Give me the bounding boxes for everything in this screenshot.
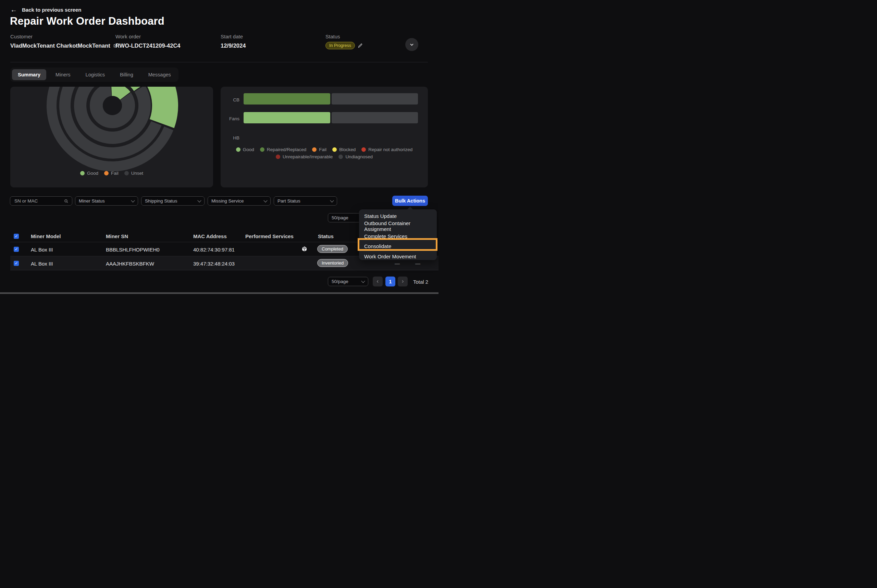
legend-label: Good bbox=[243, 147, 254, 152]
start-date-label: Start date bbox=[220, 34, 246, 39]
search-input[interactable] bbox=[14, 198, 64, 204]
header-divider bbox=[10, 62, 428, 62]
missing-service-select[interactable]: Missing Service bbox=[208, 196, 271, 206]
part-status-chart-card: GoodFailUnset bbox=[10, 87, 213, 188]
sunburst-legend: GoodFailUnset bbox=[10, 171, 213, 176]
legend-dot bbox=[332, 147, 337, 152]
menu-item-status-update[interactable]: Status Update bbox=[359, 211, 437, 221]
legend-dot bbox=[361, 147, 366, 152]
bottom-edge-strip bbox=[0, 292, 439, 294]
legend-label: Blocked bbox=[339, 147, 355, 152]
legend-label: Good bbox=[87, 171, 98, 176]
edit-pencil-icon[interactable] bbox=[358, 43, 363, 48]
package-icon[interactable] bbox=[301, 246, 307, 252]
page-title: Repair Work Order Dashboard bbox=[10, 15, 165, 27]
bar-category-label: HB bbox=[220, 135, 240, 141]
page-size-label: 50/page bbox=[331, 279, 348, 284]
page-1-button[interactable]: 1 bbox=[385, 276, 395, 286]
back-button[interactable]: ← Back to previous screen bbox=[10, 6, 81, 13]
chevron-down-icon bbox=[330, 198, 334, 202]
customer-value: VladMockTenant CharkotMockTenant bbox=[10, 42, 110, 49]
legend-dot bbox=[260, 147, 264, 152]
status-badge: In Progress bbox=[325, 42, 355, 50]
cell-miner-sn: AAAJHKFBSKBFKW bbox=[106, 261, 154, 267]
legend-item: Blocked bbox=[332, 147, 355, 152]
legend-dot bbox=[276, 154, 280, 159]
legend-label: Repair not authorized bbox=[368, 147, 412, 152]
legend-item: Repair not authorized bbox=[361, 147, 412, 152]
table-bottom-divider bbox=[10, 270, 439, 270]
legend-label: Fail bbox=[111, 171, 118, 176]
sn-mac-search[interactable] bbox=[10, 196, 72, 206]
column-header-miner-sn[interactable]: Miner SN bbox=[106, 233, 128, 239]
page-size-label: 50/page bbox=[331, 215, 348, 220]
legend-dot bbox=[236, 147, 240, 152]
bar-segment bbox=[244, 93, 330, 105]
chevron-left-icon bbox=[376, 280, 379, 284]
legend-item: Good bbox=[80, 171, 98, 176]
back-arrow-icon: ← bbox=[10, 6, 17, 13]
chevron-down-icon bbox=[131, 198, 135, 202]
customer-field: Customer VladMockTenant CharkotMockTenan… bbox=[10, 34, 117, 49]
tab-messages[interactable]: Messages bbox=[142, 69, 177, 80]
status-pill: Inventoried bbox=[317, 259, 348, 267]
menu-caret bbox=[407, 207, 413, 210]
missing-service-label: Missing Service bbox=[211, 198, 244, 204]
select-all-checkbox[interactable]: ✓ bbox=[14, 234, 19, 239]
part-status-select[interactable]: Part Status bbox=[274, 196, 337, 206]
column-header-performed-services[interactable]: Performed Services bbox=[245, 233, 294, 239]
tab-billing[interactable]: Billing bbox=[114, 69, 139, 80]
legend-item: Good bbox=[236, 147, 254, 152]
status-label: Status bbox=[325, 34, 363, 39]
sunburst-hole bbox=[103, 96, 122, 115]
bar-row-hb bbox=[244, 131, 418, 142]
tab-miners[interactable]: Miners bbox=[49, 69, 76, 80]
previous-page-button[interactable] bbox=[373, 276, 383, 286]
legend-label: Undiagnosed bbox=[345, 154, 373, 159]
row-checkbox[interactable]: ✓ bbox=[14, 261, 19, 266]
legend-item: Fail bbox=[104, 171, 118, 176]
collapse-header-button[interactable] bbox=[405, 38, 418, 51]
legend-label: Unrepairable/Irreparable bbox=[283, 154, 333, 159]
legend-dot bbox=[312, 147, 316, 152]
status-field: Status In Progress bbox=[325, 34, 363, 50]
cell-miner-model: AL Box III bbox=[31, 247, 53, 252]
legend-label: Fail bbox=[319, 147, 327, 152]
tab-summary[interactable]: Summary bbox=[12, 69, 46, 80]
tab-logistics[interactable]: Logistics bbox=[80, 69, 111, 80]
legend-dot bbox=[104, 171, 109, 176]
bulk-actions-button[interactable]: Bulk Actions bbox=[392, 196, 428, 206]
search-icon bbox=[64, 199, 69, 204]
column-header-mac-address[interactable]: MAC Address bbox=[193, 233, 227, 239]
chevron-down-icon bbox=[409, 42, 414, 47]
tab-bar: Summary Miners Logistics Billing Message… bbox=[10, 68, 178, 82]
row-checkbox[interactable]: ✓ bbox=[14, 247, 19, 252]
legend-item: Unrepairable/Irreparable bbox=[276, 154, 333, 159]
column-header-miner-model[interactable]: Miner Model bbox=[31, 233, 61, 239]
bars-legend-row1: GoodRepaired/ReplacedFailBlockedRepair n… bbox=[220, 147, 428, 152]
bar-category-label: CB bbox=[220, 98, 240, 102]
page-size-select-bottom[interactable]: 50/page bbox=[328, 277, 368, 286]
back-label: Back to previous screen bbox=[22, 7, 81, 13]
legend-item: Fail bbox=[312, 147, 327, 152]
total-count: Total 2 bbox=[413, 279, 428, 285]
menu-item-work-order-movement[interactable]: Work Order Movement bbox=[359, 252, 437, 261]
cell-mac-address: 39:47:32:48:24:03 bbox=[193, 261, 235, 267]
legend-item: Unset bbox=[124, 171, 143, 176]
repair-work-order-dashboard: ← Back to previous screen Repair Work Or… bbox=[0, 0, 439, 294]
shipping-status-select[interactable]: Shipping Status bbox=[141, 196, 204, 206]
legend-dot bbox=[80, 171, 85, 176]
menu-item-outbound-container-assignment[interactable]: Outbound Container Assignment bbox=[359, 221, 437, 231]
cell-miner-model: AL Box III bbox=[31, 261, 53, 267]
legend-dot bbox=[339, 154, 343, 159]
chevron-down-icon bbox=[264, 198, 267, 202]
services-chart-card: CB Fans HB GoodRepaired/ReplacedFailBloc… bbox=[220, 87, 428, 188]
column-header-status[interactable]: Status bbox=[318, 233, 334, 239]
miner-status-select[interactable]: Miner Status bbox=[75, 196, 138, 206]
work-order-label: Work order bbox=[115, 34, 181, 39]
chevron-down-icon bbox=[361, 279, 365, 283]
cell-miner-sn: BBBLSHLFHOPWIEH0 bbox=[106, 247, 160, 252]
miner-status-label: Miner Status bbox=[79, 198, 105, 204]
next-page-button[interactable] bbox=[398, 276, 408, 286]
shipping-status-label: Shipping Status bbox=[145, 198, 177, 204]
